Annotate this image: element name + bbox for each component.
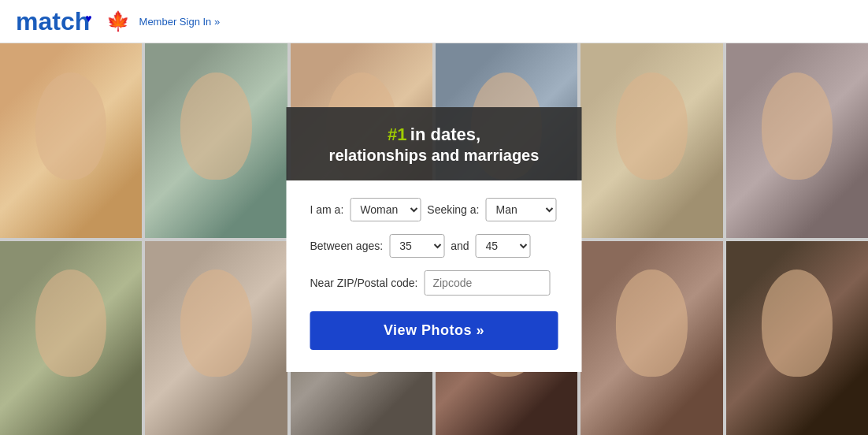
seeking-label: Seeking a: xyxy=(427,203,479,216)
age-row: Between ages: 18202225 28303235 38404245… xyxy=(310,234,558,258)
maple-leaf-icon: 🍁 xyxy=(106,10,130,32)
and-label: and xyxy=(451,240,469,252)
between-label: Between ages: xyxy=(310,240,384,252)
age-to-select[interactable]: 25283032 35384042 45505560 6570 xyxy=(475,234,530,258)
photo-cell-5 xyxy=(581,43,722,238)
iam-label: I am a: xyxy=(310,203,344,216)
member-sign-in-link[interactable]: Member Sign In » xyxy=(139,16,221,28)
logo-text: match xyxy=(16,7,90,35)
view-photos-button[interactable]: View Photos » xyxy=(310,311,558,350)
headline-number: #1 xyxy=(388,125,406,144)
photo-cell-8 xyxy=(145,241,287,436)
headline-part1: in dates, xyxy=(410,125,480,144)
age-from-select[interactable]: 18202225 28303235 38404245 50556065 xyxy=(389,234,444,258)
zip-input[interactable] xyxy=(424,270,550,296)
search-overlay: #1 in dates, relationships and marriages… xyxy=(287,107,582,372)
gender-row: I am a: Woman Man Seeking a: Man Woman xyxy=(310,198,558,221)
photo-cell-2 xyxy=(145,43,287,238)
logo: match♥ xyxy=(16,7,97,36)
headline-box: #1 in dates, relationships and marriages xyxy=(287,107,582,180)
photo-cell-1 xyxy=(0,43,142,238)
zip-row: Near ZIP/Postal code: xyxy=(310,270,558,296)
photo-cell-11 xyxy=(581,241,722,436)
photo-cell-7 xyxy=(0,241,142,436)
logo-heart-icon: ♥ xyxy=(85,12,91,24)
photo-cell-6 xyxy=(726,43,868,238)
zip-label: Near ZIP/Postal code: xyxy=(310,277,418,289)
headline-part2: relationships and marriages xyxy=(310,147,558,165)
header: match♥ 🍁 Member Sign In » xyxy=(0,0,868,43)
headline: #1 in dates, relationships and marriages xyxy=(310,125,558,165)
hero-section: #1 in dates, relationships and marriages… xyxy=(0,43,868,435)
search-form: I am a: Woman Man Seeking a: Man Woman B… xyxy=(287,180,582,372)
iam-select[interactable]: Woman Man xyxy=(350,198,421,221)
photo-cell-12 xyxy=(726,241,868,436)
seeking-select[interactable]: Man Woman xyxy=(485,198,556,221)
